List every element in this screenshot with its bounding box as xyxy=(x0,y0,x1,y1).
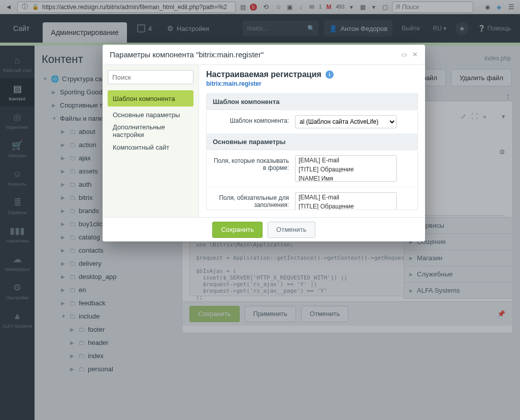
dialog-title: Параметры компонента "bitrix:main.regist… xyxy=(110,50,264,59)
dialog-close-icon[interactable]: ✕ xyxy=(412,51,418,58)
component-params-dialog: Параметры компонента "bitrix:main.regist… xyxy=(103,45,425,60)
dialog-maximize-icon[interactable]: ▭ xyxy=(401,51,407,58)
dialog-header: Параметры компонента "bitrix:main.regist… xyxy=(103,45,425,60)
